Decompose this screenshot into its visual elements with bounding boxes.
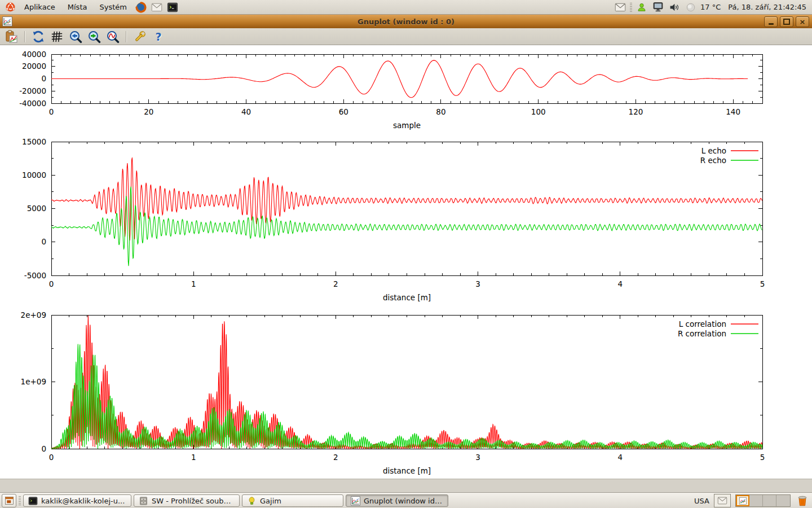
close-icon: × [800,18,806,25]
svg-text:40: 40 [241,107,251,116]
tray-grip-handle[interactable] [630,3,632,12]
terminal-launcher-icon[interactable] [167,2,178,13]
window-title: Gnuplot (window id : 0) [0,17,812,26]
autoscale-button[interactable] [105,29,120,44]
workspace-3[interactable] [763,495,776,506]
svg-text:0: 0 [41,74,46,83]
task-label: Gajim [260,497,281,505]
ubuntu-logo-icon[interactable] [5,2,16,13]
help-icon: ? [155,30,161,43]
svg-text:0: 0 [49,453,54,462]
gajim-icon [247,496,257,506]
svg-text:0: 0 [41,444,46,453]
file-manager-icon [139,496,148,506]
gnuplot-window: Gnuplot (window id : 0) × [0,15,812,492]
replot-button[interactable] [31,29,46,44]
svg-text:40000: 40000 [22,50,46,59]
task-label: SW - Prohlížeč souborů [152,497,235,505]
trash-icon[interactable] [795,493,810,508]
svg-text:140: 140 [726,107,740,116]
temperature-readout[interactable]: 17 °C [700,3,721,11]
svg-text:sample: sample [393,121,421,130]
menu-system[interactable]: Systém [94,1,131,13]
svg-text:3: 3 [475,453,480,462]
svg-text:5: 5 [760,279,765,288]
svg-text:L echo: L echo [701,146,726,155]
menu-applications[interactable]: Aplikace [19,1,60,13]
minimize-button[interactable] [764,16,778,27]
panel-menus: Aplikace Místa Systém [0,1,179,13]
window-titlebar[interactable]: Gnuplot (window id : 0) × [0,15,812,29]
task-gnuplot[interactable]: Gnuplot (window id : 0) [346,494,448,507]
task-terminal[interactable]: kaklik@kaklik-kolej-u... [23,494,131,507]
svg-text:distance [m]: distance [m] [383,466,431,475]
weather-icon[interactable] [685,2,696,13]
toolbar-separator [24,31,25,42]
toolbar-separator [126,31,127,42]
settings-button[interactable] [133,29,147,44]
workspace-1[interactable] [736,495,749,506]
svg-text:0: 0 [49,279,54,288]
firefox-icon[interactable] [135,2,147,13]
display-icon[interactable] [652,2,664,13]
toggle-grid-button[interactable] [50,29,64,44]
gnuplot-icon [739,497,747,505]
user-switch-icon[interactable] [636,2,647,13]
zoom-previous-button[interactable] [68,29,83,44]
zoom-next-button[interactable] [87,29,102,44]
svg-text:3: 3 [475,279,480,288]
svg-text:5000: 5000 [27,204,46,213]
show-desktop-button[interactable] [2,494,16,507]
copy-to-clipboard-button[interactable] [4,29,19,44]
menu-places[interactable]: Místa [63,1,92,13]
svg-text:1: 1 [191,453,196,462]
workspace-switcher [735,494,791,507]
task-label: Gnuplot (window id : 0) [364,497,443,505]
window-footer [0,479,812,493]
svg-text:2: 2 [333,279,338,288]
workspace-4[interactable] [776,495,790,506]
task-label: kaklik@kaklik-kolej-u... [41,497,125,505]
maximize-button[interactable] [780,16,793,27]
task-file-manager[interactable]: SW - Prohlížeč souborů [134,494,240,507]
plot-area[interactable]: 020406080100120140-40000-200000200004000… [0,45,812,479]
svg-text:2e+09: 2e+09 [21,310,46,319]
svg-text:L correlation: L correlation [679,319,726,329]
gnuplot-icon [351,496,360,506]
volume-icon[interactable] [669,2,680,13]
bottom-panel: kaklik@kaklik-kolej-u... SW - Prohlížeč … [0,492,812,508]
gnuplot-charts[interactable]: 020406080100120140-40000-200000200004000… [0,45,812,479]
workspace-2[interactable] [749,495,763,506]
mail-tray-icon[interactable] [714,494,731,507]
svg-text:-5000: -5000 [24,271,46,280]
svg-text:1e+09: 1e+09 [21,377,46,386]
svg-text:5: 5 [760,453,765,462]
close-button[interactable]: × [796,16,809,27]
gnuplot-toolbar: ? [0,28,812,45]
svg-text:R correlation: R correlation [678,329,726,338]
clock[interactable]: Pá, 18. září, 21:42:45 [728,3,806,11]
help-button[interactable]: ? [151,29,166,44]
mail-launcher-icon[interactable] [151,2,162,13]
top-panel: Aplikace Místa Systém [0,0,812,15]
mail-notify-icon[interactable] [615,2,626,13]
svg-text:4: 4 [618,279,623,288]
minimize-icon [769,23,774,25]
svg-text:R echo: R echo [700,156,726,165]
keyboard-layout-indicator[interactable]: USA [694,497,709,505]
svg-text:2: 2 [333,453,338,462]
svg-text:0: 0 [41,237,46,246]
svg-text:60: 60 [339,107,348,116]
svg-text:distance [m]: distance [m] [383,293,431,302]
svg-text:10000: 10000 [22,170,46,179]
task-gajim[interactable]: Gajim [242,494,343,507]
svg-text:80: 80 [436,107,445,116]
desktop: Aplikace Místa Systém [0,0,812,508]
svg-text:100: 100 [531,107,546,116]
system-tray: 17 °C Pá, 18. září, 21:42:45 [614,2,812,13]
svg-text:15000: 15000 [22,137,46,146]
tasklist-grip-handle[interactable] [19,496,21,505]
svg-text:1: 1 [191,279,196,288]
svg-text:-20000: -20000 [19,86,46,95]
svg-text:20000: 20000 [22,62,46,71]
